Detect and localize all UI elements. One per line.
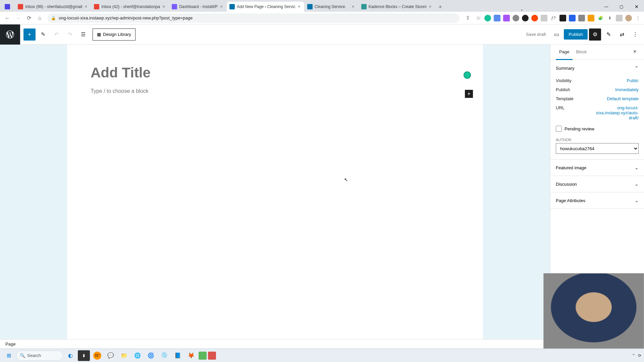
summary-panel-toggle[interactable]: Summary ⌃ <box>550 60 644 76</box>
close-icon[interactable]: × <box>219 4 224 9</box>
window-minimize-button[interactable]: — <box>599 2 614 12</box>
start-button[interactable]: ⊞ <box>3 350 15 361</box>
editor-canvas[interactable]: Type / to choose a block + ↖ <box>0 45 550 339</box>
editor-header: + ✎ ↶ ↷ ☰ ▦ Design Library Save draft ▭ … <box>0 24 644 45</box>
share-icon[interactable]: ⇪ <box>463 13 472 23</box>
undo-button[interactable]: ↶ <box>50 28 62 41</box>
forward-button[interactable]: → <box>13 13 23 23</box>
close-sidebar-button[interactable]: × <box>633 49 640 55</box>
browser-tab[interactable]: Cleaning Service. × <box>305 2 358 12</box>
add-block-button[interactable]: + <box>465 90 473 98</box>
url-value[interactable]: ong-locust-xixa.instawp.xyz/auto-draft/ <box>588 105 639 120</box>
options-button-icon[interactable]: ⇄ <box>616 28 628 41</box>
browser-tab[interactable]: Kadence Blocks – Create Stunni × <box>359 2 435 12</box>
save-draft-button[interactable]: Save draft <box>523 32 549 37</box>
extensions-menu-icon[interactable]: 🧩 <box>597 15 604 21</box>
author-select[interactable]: howukucuba2764 <box>556 143 639 154</box>
tray-chevron-icon[interactable]: ⌃ <box>632 353 635 358</box>
visibility-value[interactable]: Public <box>627 78 639 83</box>
publish-value[interactable]: Immediately <box>615 87 639 92</box>
tools-button[interactable]: ✎ <box>37 28 49 41</box>
tab-page[interactable]: Page <box>556 45 573 60</box>
extension-icon[interactable] <box>531 15 538 21</box>
settings-toggle-button[interactable]: ⚙ <box>589 28 601 41</box>
browser-tab-bar: Inbox (99) - sherifabuzid@gmail × Inbox … <box>0 0 644 12</box>
taskbar-app-icon[interactable]: 31° <box>91 350 103 361</box>
preview-button[interactable]: ▭ <box>550 28 562 41</box>
browser-menu-icon[interactable]: ⋮ <box>635 15 641 21</box>
extension-icon[interactable] <box>541 15 547 21</box>
taskbar-search[interactable]: 🔍 Search <box>16 351 63 361</box>
toggle-inserter-button[interactable]: + <box>23 28 36 41</box>
browser-tab[interactable] <box>3 2 15 12</box>
extension-icon[interactable] <box>494 15 500 21</box>
browser-tab-active[interactable]: Add New Page ‹ Cleaning Servic × <box>227 2 304 12</box>
window-close-button[interactable]: ✕ <box>629 2 644 12</box>
extension-icon[interactable] <box>484 15 491 21</box>
redo-button[interactable]: ↷ <box>64 28 76 41</box>
reload-button[interactable]: ⟳ <box>24 13 34 23</box>
firefox-icon[interactable]: 🦊 <box>185 350 197 361</box>
kadence-settings-button[interactable]: ✎ <box>602 28 614 41</box>
edge-icon[interactable]: 🌀 <box>145 350 157 361</box>
breadcrumb-item[interactable]: Page <box>5 342 15 347</box>
discussion-toggle[interactable]: Discussion ⌄ <box>550 176 644 192</box>
taskbar-app-icon[interactable]: 📘 <box>172 350 184 361</box>
extension-icon[interactable] <box>513 15 519 21</box>
extension-icon[interactable] <box>578 15 585 21</box>
close-icon[interactable]: × <box>84 4 88 9</box>
wordpress-logo-button[interactable] <box>0 24 20 45</box>
featured-image-toggle[interactable]: Featured image ⌄ <box>550 160 644 176</box>
chevron-down-icon: ⌄ <box>635 198 639 203</box>
taskbar-app-icon[interactable]: ▮ <box>78 350 90 361</box>
close-icon[interactable]: × <box>161 4 166 9</box>
extension-icon[interactable] <box>522 15 529 21</box>
tab-block[interactable]: Block <box>573 45 590 60</box>
taskbar-app-icon[interactable]: 💬 <box>105 350 117 361</box>
lock-icon: 🔒 <box>51 16 56 20</box>
publish-button[interactable]: Publish <box>564 29 588 40</box>
page-title-input[interactable] <box>91 65 460 81</box>
document-overview-button[interactable]: ☰ <box>77 28 89 41</box>
template-value[interactable]: Default template <box>607 96 639 101</box>
url-label: URL <box>556 105 565 110</box>
tab-overflow-icon[interactable]: ⌄ <box>517 6 527 12</box>
design-library-button[interactable]: ▦ Design Library <box>93 28 136 41</box>
page-attributes-toggle[interactable]: Page Attributes ⌄ <box>550 192 644 208</box>
close-icon[interactable]: × <box>297 4 302 9</box>
url-input[interactable]: 🔒 ong-locust-xixa.instawp.xyz/wp-admin/p… <box>48 13 460 23</box>
back-button[interactable]: ← <box>3 13 12 23</box>
new-tab-button[interactable]: + <box>435 2 445 12</box>
browser-tab[interactable]: Dashboard - InstaWP × <box>169 2 226 12</box>
browser-tab[interactable]: Inbox (99) - sherifabuzid@gmail × <box>15 2 91 12</box>
browser-tab[interactable]: Inbox (42) - sherif@translationpa × <box>91 2 169 12</box>
extension-icon[interactable] <box>588 15 594 21</box>
more-options-button[interactable]: ⋮ <box>629 28 641 41</box>
file-explorer-icon[interactable]: 📁 <box>118 350 130 361</box>
profile-avatar-icon[interactable] <box>625 15 632 21</box>
pending-review-label: Pending review <box>565 126 594 131</box>
skype-icon[interactable]: Ⓢ <box>158 350 170 361</box>
extension-icon[interactable] <box>503 15 510 21</box>
task-view-button[interactable]: ◐ <box>64 350 76 361</box>
taskbar-app-icon[interactable] <box>208 352 216 360</box>
summary-panel: Summary ⌃ Visibility Public Publish Imme… <box>550 60 644 160</box>
downloads-icon[interactable]: ⬇ <box>606 15 613 21</box>
close-icon[interactable]: × <box>351 4 356 9</box>
bookmark-icon[interactable]: ☆ <box>474 13 483 23</box>
pending-review-checkbox[interactable] <box>556 126 562 132</box>
extension-icon[interactable] <box>569 15 576 21</box>
block-prompt[interactable]: Type / to choose a block <box>91 88 460 94</box>
extension-icon[interactable] <box>559 15 566 21</box>
close-icon[interactable]: × <box>428 4 432 9</box>
grammarly-icon[interactable] <box>464 71 471 79</box>
extension-icon[interactable]: ƒ? <box>550 15 557 21</box>
tray-sync-icon[interactable]: ⟳ <box>638 353 641 358</box>
taskbar-app-icon[interactable] <box>199 352 207 360</box>
extension-icon[interactable] <box>616 15 623 21</box>
instawp-icon <box>172 4 177 9</box>
chevron-up-icon: ⌃ <box>635 65 639 71</box>
window-maximize-button[interactable]: ▢ <box>614 2 629 12</box>
chrome-icon[interactable]: 🌐 <box>131 350 144 361</box>
home-button[interactable]: ⌂ <box>35 13 44 23</box>
